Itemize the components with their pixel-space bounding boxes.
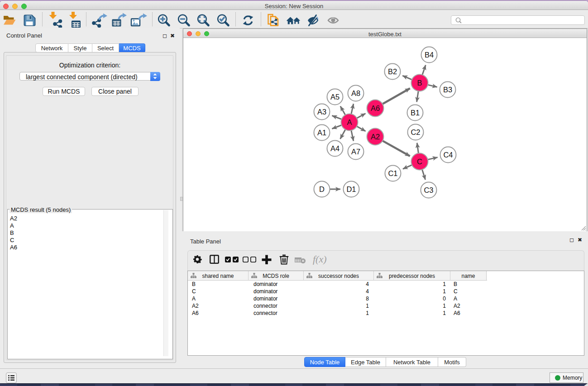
svg-text:A7: A7 <box>351 148 360 156</box>
svg-text:A1: A1 <box>317 129 326 137</box>
svg-text:B1: B1 <box>411 109 420 117</box>
svg-text:C1: C1 <box>388 169 397 177</box>
svg-text:A3: A3 <box>317 108 326 116</box>
svg-text:C3: C3 <box>424 186 433 194</box>
svg-text:A4: A4 <box>330 144 339 152</box>
svg-text:A8: A8 <box>351 89 360 97</box>
svg-text:A6: A6 <box>371 104 380 112</box>
svg-text:C2: C2 <box>411 128 420 136</box>
svg-text:C: C <box>417 157 422 166</box>
svg-text:C4: C4 <box>443 151 453 159</box>
svg-text:B: B <box>417 79 422 87</box>
svg-text:A5: A5 <box>330 93 339 101</box>
svg-text:D: D <box>319 185 325 193</box>
svg-text:B2: B2 <box>388 67 397 76</box>
svg-text:B3: B3 <box>443 86 452 94</box>
svg-text:B4: B4 <box>425 51 434 59</box>
svg-text:D1: D1 <box>346 185 356 193</box>
svg-text:A: A <box>347 118 352 126</box>
svg-text:A2: A2 <box>371 133 380 141</box>
